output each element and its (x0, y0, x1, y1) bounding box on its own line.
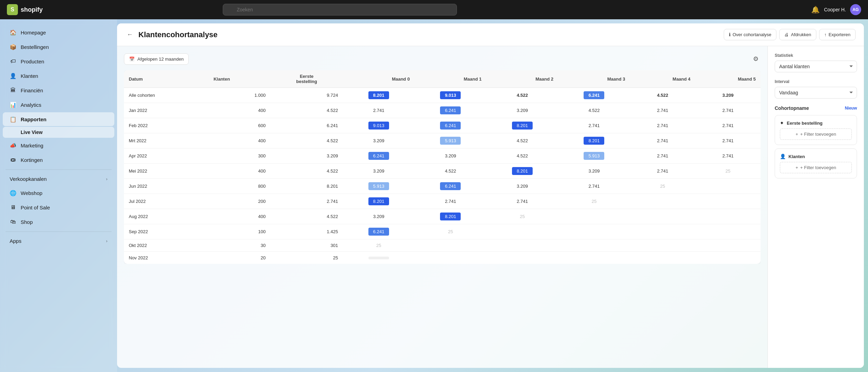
table-cell (630, 239, 696, 252)
table-cell: 2.741 (558, 118, 630, 133)
table-cell: 30 (209, 239, 270, 252)
add-filter-label-2: + Filter toevoegen (800, 165, 836, 170)
cohort-title: Cohortopname (775, 105, 809, 111)
add-filter-klanten-button[interactable]: + + Filter toevoegen (780, 162, 852, 173)
table-cell: 3.209 (415, 148, 487, 164)
klanten-group-name: Klanten (788, 154, 805, 159)
sidebar-divider (6, 169, 112, 170)
back-button[interactable]: ← (125, 30, 134, 40)
period-filter-button[interactable]: 📅 Afgelopen 12 maanden (124, 53, 189, 65)
cell-date: Okt 2022 (124, 239, 209, 252)
table-row: Mrt 20224004.5223.2095.9134.5228.2012.74… (124, 133, 761, 148)
table-cell: 4.522 (415, 164, 487, 179)
col-klanten: Klanten (209, 70, 270, 88)
table-cell: 25 (343, 239, 415, 252)
user-name: Cooper H. (824, 7, 846, 12)
table-cell: 2.741 (487, 194, 558, 209)
sidebar-item-label: Analytics (21, 102, 41, 108)
table-cell: 20 (209, 252, 270, 264)
notifications-button[interactable]: 🔔 (811, 6, 820, 14)
sidebar-item-label: Homepage (21, 30, 46, 35)
over-cohortanalyse-button[interactable]: ℹ Over cohortanalyse (724, 29, 777, 40)
table-cell: 25 (630, 179, 696, 194)
table-scroll-area: Datum Klanten Eerstebestelling Maand 0 M… (124, 70, 761, 264)
webshop-icon: 🌐 (10, 189, 17, 196)
sidebar-item-analytics[interactable]: 📊 Analytics (3, 98, 114, 112)
cell-date: Mrt 2022 (124, 133, 209, 148)
col-datum: Datum (124, 70, 209, 88)
bestelling-icon: ✦ (780, 120, 784, 126)
table-cell: 6.241 (415, 179, 487, 194)
sidebar-item-live-view[interactable]: Live View (3, 127, 114, 138)
table-cell: 4.522 (487, 133, 558, 148)
table-cell: 4.522 (270, 133, 343, 148)
sidebar-item-point-of-sale[interactable]: 🖥 Point of Sale (3, 200, 114, 214)
table-cell: 2.741 (695, 148, 761, 164)
orders-icon: 📦 (10, 43, 17, 50)
table-cell: 6.241 (415, 103, 487, 118)
klanten-group: 👤 Klanten + + Filter toevoegen (775, 148, 857, 178)
table-row: Mei 20224004.5223.2094.5228.2013.2092.74… (124, 164, 761, 179)
table-cell: 3.209 (487, 103, 558, 118)
sales-channels-label: Verkoopkanalen (10, 176, 47, 182)
filter-bar: 📅 Afgelopen 12 maanden ⚙ (124, 53, 761, 65)
right-panel: Statistiek Aantal klanten Omzet Bestelli… (767, 46, 864, 368)
apps-left: Apps (10, 238, 21, 244)
search-wrapper (223, 4, 457, 16)
table-cell: 2.741 (630, 148, 696, 164)
add-filter-eerste-button[interactable]: + + Filter toevoegen (780, 128, 852, 140)
table-cell (630, 224, 696, 239)
table-cell: 2.741 (695, 118, 761, 133)
shop-icon: 🛍 (10, 218, 17, 225)
sidebar-apps[interactable]: Apps › (3, 235, 114, 247)
avatar[interactable]: AG (850, 4, 861, 15)
top-navigation: S shopify 🔔 Cooper H. AG (0, 0, 868, 19)
shopify-logo[interactable]: S shopify (7, 4, 43, 15)
sidebar-sales-channels[interactable]: Verkoopkanalen › (3, 173, 114, 185)
search-area (223, 4, 457, 16)
table-settings-button[interactable]: ⚙ (751, 53, 761, 65)
sidebar-item-label: Bestellingen (21, 44, 49, 50)
table-cell: 400 (209, 103, 270, 118)
table-cell: 2.741 (415, 194, 487, 209)
statistiek-select[interactable]: Aantal klanten Omzet Bestellingen (775, 61, 857, 72)
table-cell (558, 209, 630, 224)
sidebar-item-producten[interactable]: 🏷 Producten (3, 54, 114, 68)
live-view-label: Live View (21, 130, 43, 135)
sidebar-item-financien[interactable]: 🏛 Financiën (3, 83, 114, 97)
finance-icon: 🏛 (10, 87, 17, 94)
table-cell: 2.741 (630, 133, 696, 148)
table-cell: 3.209 (695, 88, 761, 103)
table-cell: 4.522 (487, 88, 558, 103)
sidebar-item-webshop[interactable]: 🌐 Webshop (3, 186, 114, 200)
afdrukken-button[interactable]: 🖨 Afdrukken (779, 29, 816, 40)
table-cell: 5.913 (343, 179, 415, 194)
search-input[interactable] (223, 4, 457, 16)
table-cell: 2.741 (695, 103, 761, 118)
table-cell: 1.425 (270, 224, 343, 239)
sidebar-item-shop[interactable]: 🛍 Shop (3, 215, 114, 229)
sidebar-item-homepage[interactable]: 🏠 Homepage (3, 25, 114, 39)
sidebar-item-bestellingen[interactable]: 📦 Bestellingen (3, 40, 114, 54)
sidebar-item-marketing[interactable]: 📣 Marketing (3, 138, 114, 152)
sidebar-item-klanten[interactable]: 👤 Klanten (3, 69, 114, 83)
table-row: Sep 20221001.4256.24125 (124, 224, 761, 239)
table-cell (558, 224, 630, 239)
sidebar-item-label: Webshop (21, 190, 42, 196)
cell-date: Jan 2022 (124, 103, 209, 118)
sidebar-item-rapporten[interactable]: 📋 Rapporten (3, 112, 114, 126)
page-header-left: ← Klantencohortanalyse (125, 30, 218, 40)
table-cell: 400 (209, 209, 270, 224)
home-icon: 🏠 (10, 29, 17, 36)
table-cell: 2.741 (270, 194, 343, 209)
exporteren-button[interactable]: ↑ Exporteren (819, 29, 856, 40)
table-cell: 800 (209, 179, 270, 194)
table-cell: 1.000 (209, 88, 270, 103)
new-badge[interactable]: Nieuw (845, 106, 857, 111)
table-cell (415, 239, 487, 252)
col-maand2: Maand 2 (487, 70, 558, 88)
sidebar-item-kortingen[interactable]: 🎟 Kortingen (3, 153, 114, 167)
cell-date: Jun 2022 (124, 179, 209, 194)
interval-select[interactable]: Vandaag Gisteren Deze week (775, 87, 857, 99)
afdrukken-label: Afdrukken (791, 32, 811, 37)
